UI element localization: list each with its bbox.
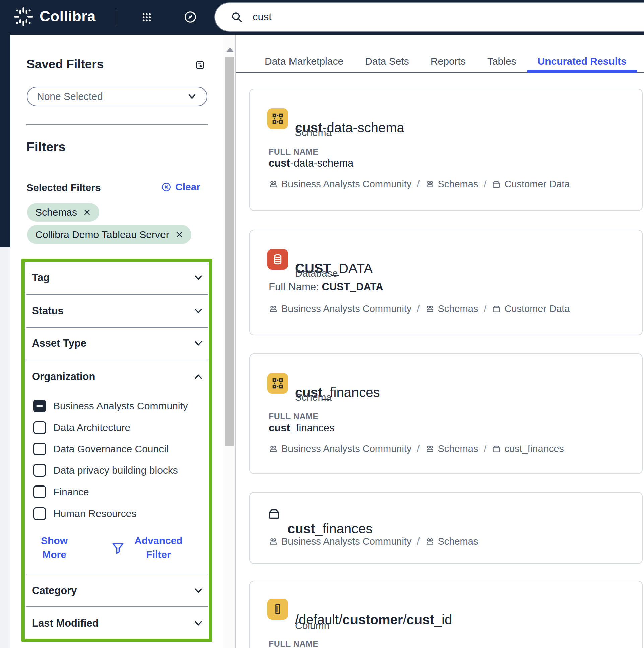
sidebar-scrollbar[interactable] <box>224 35 235 648</box>
chevron-up-icon <box>193 371 204 382</box>
filter-section-status[interactable]: Status <box>27 296 208 325</box>
checkbox-label: Data Governance Council <box>53 443 168 455</box>
filter-section-organization[interactable]: Organization <box>27 362 208 391</box>
nav-divider <box>116 9 116 26</box>
community-icon <box>269 304 278 314</box>
checkbox-indeterminate[interactable] <box>33 400 46 413</box>
tab-reports[interactable]: Reports <box>420 50 477 73</box>
domain-icon <box>491 444 501 454</box>
breadcrumb-separator: / <box>483 443 487 454</box>
saved-filters-dropdown[interactable]: None Selected <box>27 87 207 106</box>
clear-circle-x-icon <box>161 182 171 192</box>
result-card-cust-finances-schema[interactable]: cust_finances Schema FULL NAME cust_fina… <box>249 354 643 474</box>
checkbox-unchecked[interactable] <box>33 486 46 498</box>
left-rail-navy <box>0 35 10 247</box>
org-option-finance[interactable]: Finance <box>33 484 89 500</box>
tab-uncurated-results[interactable]: Uncurated Results <box>527 50 637 73</box>
breadcrumb-separator: / <box>416 303 420 314</box>
breadcrumb-item[interactable]: Customer Data <box>491 178 570 190</box>
tab-data-sets[interactable]: Data Sets <box>354 50 420 73</box>
tab-data-marketplace[interactable]: Data Marketplace <box>254 50 354 73</box>
apps-grid-icon[interactable] <box>142 12 152 23</box>
collibra-app: Collibra Saved Filters None Selec <box>0 0 644 648</box>
chip-label: Collibra Demo Tableau Server <box>35 229 169 240</box>
compass-icon[interactable] <box>183 10 197 24</box>
section-label: Status <box>32 305 64 317</box>
checkbox-label: Finance <box>53 486 89 497</box>
filter-section-last-modified[interactable]: Last Modified <box>27 609 208 638</box>
saved-filters-dropdown-value: None Selected <box>37 91 103 102</box>
result-card-cust-data-schema[interactable]: cust-data-schema Schema FULL NAME cust-d… <box>249 89 643 211</box>
search-icon <box>230 11 243 23</box>
collibra-logo-icon <box>13 6 34 28</box>
chip-label: Schemas <box>35 207 77 218</box>
filter-section-category[interactable]: Category <box>27 576 208 605</box>
chevron-down-icon <box>193 338 204 349</box>
checkbox-unchecked[interactable] <box>33 507 46 520</box>
result-title[interactable]: cust_finances <box>287 521 372 536</box>
full-name-value: cust-data-schema <box>269 157 354 169</box>
filter-chip-tableau-server[interactable]: Collibra Demo Tableau Server <box>27 225 191 244</box>
result-card-cust-finances-domain[interactable]: cust_finances Business Analysts Communit… <box>249 492 643 564</box>
global-search <box>214 2 644 32</box>
breadcrumb-item[interactable]: cust_finances <box>491 443 564 454</box>
show-more-link[interactable]: Show More <box>29 534 79 561</box>
org-option-data-privacy-building-blocks[interactable]: Data privacy building blocks <box>33 462 178 479</box>
result-card-cust-data[interactable]: CUST_DATA Database Full Name: CUST_DATA … <box>249 229 643 335</box>
breadcrumb-separator: / <box>416 536 420 547</box>
column-icon <box>267 599 288 619</box>
org-option-data-architecture[interactable]: Data Architecture <box>33 419 130 436</box>
community-icon <box>425 537 435 546</box>
result-card-cust-id-column[interactable]: /default/customer/cust_id Column FULL NA… <box>249 581 643 648</box>
schema-icon <box>267 373 288 394</box>
domain-icon <box>491 179 501 189</box>
breadcrumb-item[interactable]: Business Analysts Community <box>269 178 412 190</box>
result-type: Column <box>295 620 329 631</box>
org-option-data-governance-council[interactable]: Data Governance Council <box>33 441 168 457</box>
divider <box>26 294 208 295</box>
chip-remove-icon[interactable] <box>175 230 183 238</box>
breadcrumb-item[interactable]: Schemas <box>425 443 479 454</box>
breadcrumb-item[interactable]: Business Analysts Community <box>269 536 412 547</box>
org-option-business-analysts-community[interactable]: Business Analysts Community <box>33 398 188 415</box>
database-icon <box>267 249 288 270</box>
funnel-icon[interactable] <box>111 541 125 555</box>
chip-remove-icon[interactable] <box>83 208 91 216</box>
chevron-down-icon <box>193 272 204 283</box>
filter-section-tag[interactable]: Tag <box>27 263 208 292</box>
tab-tables[interactable]: Tables <box>477 50 527 73</box>
advanced-filter-link[interactable]: Advanced Filter <box>128 534 189 561</box>
breadcrumb-item[interactable]: Schemas <box>425 178 479 190</box>
brand-name: Collibra <box>40 8 96 25</box>
save-filter-icon[interactable] <box>195 60 205 70</box>
clear-filters-button[interactable]: Clear <box>161 181 200 193</box>
search-input[interactable] <box>252 11 454 23</box>
breadcrumb-item[interactable]: Schemas <box>425 303 479 314</box>
filter-section-asset-type[interactable]: Asset Type <box>27 329 208 358</box>
scroll-up-arrow-icon[interactable] <box>226 47 233 52</box>
divider <box>26 360 208 360</box>
section-label: Tag <box>32 272 50 284</box>
result-type: Database <box>295 268 338 279</box>
chevron-down-icon <box>193 306 204 316</box>
checkbox-label: Business Analysts Community <box>53 400 188 412</box>
org-option-human-resources[interactable]: Human Resources <box>33 505 137 522</box>
breadcrumb-item[interactable]: Schemas <box>425 536 479 547</box>
checkbox-unchecked[interactable] <box>33 443 46 455</box>
checkbox-unchecked[interactable] <box>33 421 46 434</box>
breadcrumb-item[interactable]: Business Analysts Community <box>269 303 412 314</box>
full-name-value: cust_finances <box>269 422 334 434</box>
breadcrumb-item[interactable]: Customer Data <box>491 303 570 314</box>
community-icon <box>269 537 278 546</box>
scrollbar-thumb[interactable] <box>225 57 234 446</box>
checkbox-label: Data privacy building blocks <box>53 465 178 476</box>
section-label: Category <box>32 585 77 597</box>
top-nav: Collibra <box>0 0 644 35</box>
schema-icon <box>267 108 288 129</box>
checkbox-unchecked[interactable] <box>33 464 46 477</box>
filter-chip-schemas[interactable]: Schemas <box>27 203 99 222</box>
breadcrumb-separator: / <box>416 178 420 190</box>
results-tabs: Data Marketplace Data Sets Reports Table… <box>254 50 637 73</box>
breadcrumb-item[interactable]: Business Analysts Community <box>269 443 412 454</box>
domain-icon <box>491 304 501 314</box>
